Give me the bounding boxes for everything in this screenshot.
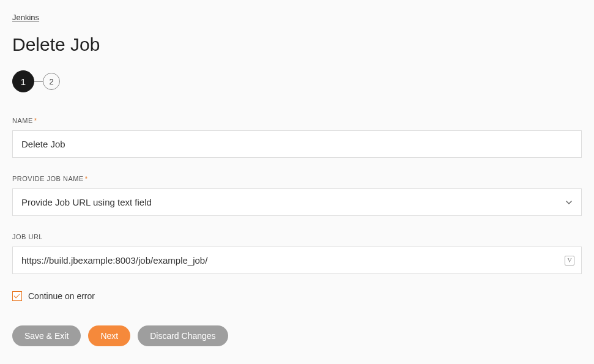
wizard-stepper: 1 2 [12,70,582,92]
next-button[interactable]: Next [88,325,130,346]
name-input[interactable] [12,130,582,158]
page-title: Delete Job [12,34,582,55]
step-2[interactable]: 2 [43,73,60,90]
required-asterisk: * [34,117,37,124]
continue-on-error-label: Continue on error [28,291,95,301]
breadcrumb-jenkins[interactable]: Jenkins [12,13,39,22]
discard-changes-button[interactable]: Discard Changes [138,325,228,346]
variable-icon[interactable]: V [565,256,574,266]
required-asterisk: * [85,175,88,182]
step-connector [34,81,43,82]
continue-on-error-checkbox[interactable] [12,291,22,301]
save-exit-button[interactable]: Save & Exit [12,325,81,346]
job-url-label: JOB URL [12,233,582,240]
step-1[interactable]: 1 [12,70,34,92]
provide-job-name-label: PROVIDE JOB NAME* [12,175,582,182]
provide-job-name-select[interactable]: Provide Job URL using text field [12,188,582,216]
name-label: NAME* [12,117,582,124]
job-url-input[interactable] [12,247,582,274]
